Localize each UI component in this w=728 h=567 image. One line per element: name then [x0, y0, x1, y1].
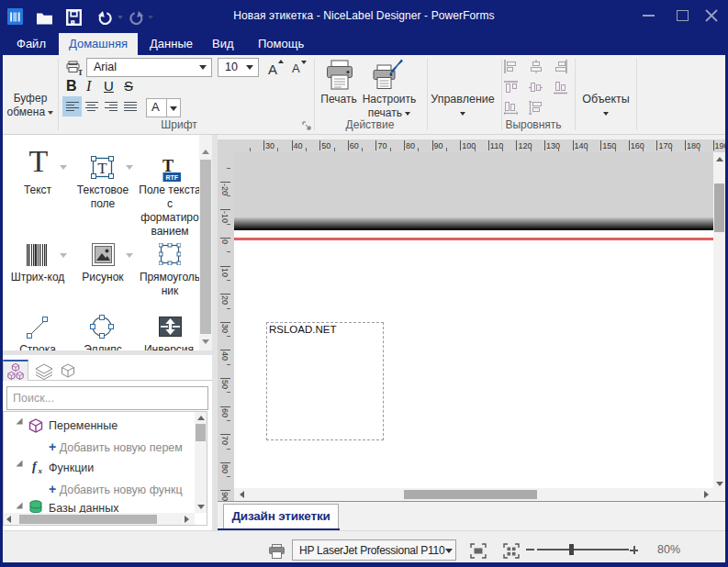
svg-text:RTF: RTF — [165, 174, 178, 181]
svg-text:f: f — [32, 460, 38, 473]
svg-text:x: x — [38, 466, 43, 474]
svg-text:T: T — [78, 68, 84, 76]
svg-text:T: T — [97, 160, 107, 177]
